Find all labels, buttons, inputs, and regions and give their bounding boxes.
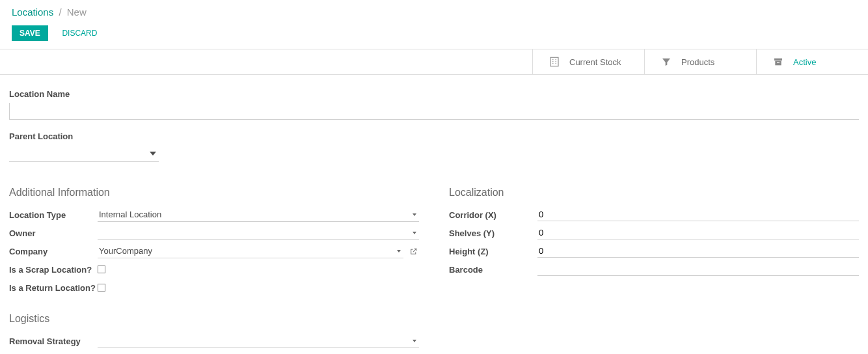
- company-label: Company: [9, 247, 98, 256]
- height-label: Height (Z): [449, 247, 537, 256]
- owner-select[interactable]: [98, 226, 419, 240]
- corridor-label: Corridor (X): [449, 210, 537, 220]
- form-body: Location Name Parent Location Additional…: [0, 75, 868, 354]
- corridor-input[interactable]: [537, 208, 859, 221]
- breadcrumb: Locations / New: [12, 7, 856, 18]
- location-type-select[interactable]: Internal Location: [98, 208, 419, 222]
- building-icon: [549, 56, 560, 68]
- location-type-value: Internal Location: [99, 210, 161, 219]
- parent-location-label: Parent Location: [9, 131, 859, 141]
- return-location-label: Is a Return Location?: [9, 283, 98, 293]
- location-name-label: Location Name: [9, 89, 859, 99]
- chevron-down-icon: [413, 232, 416, 234]
- parent-location-dropdown[interactable]: [9, 145, 159, 162]
- stat-active-label: Active: [793, 57, 816, 67]
- location-type-label: Location Type: [9, 210, 98, 220]
- stat-products-label: Products: [681, 57, 714, 67]
- filter-icon: [660, 56, 672, 68]
- right-column: Localization Corridor (X) Shelves (Y) He…: [449, 187, 859, 354]
- discard-button[interactable]: DISCARD: [54, 25, 105, 41]
- svg-rect-0: [550, 57, 558, 66]
- chevron-down-icon: [397, 250, 401, 252]
- section-additional-info: Additional Information: [9, 187, 419, 198]
- location-name-group: Location Name: [9, 89, 859, 120]
- archive-icon: [772, 56, 784, 68]
- removal-strategy-label: Removal Strategy: [9, 336, 98, 346]
- return-location-checkbox[interactable]: [98, 284, 105, 292]
- chevron-down-icon: [150, 152, 156, 156]
- stat-bar: Current Stock Products Active: [0, 49, 868, 75]
- save-button[interactable]: SAVE: [12, 25, 48, 41]
- company-select[interactable]: YourCompany: [98, 244, 403, 258]
- stat-active[interactable]: Active: [756, 49, 868, 74]
- external-link-icon[interactable]: [407, 247, 419, 256]
- breadcrumb-separator: /: [56, 7, 64, 18]
- shelves-label: Shelves (Y): [449, 228, 537, 238]
- chevron-down-icon: [413, 213, 416, 216]
- breadcrumb-current: New: [67, 7, 87, 18]
- svg-rect-7: [774, 59, 782, 61]
- shelves-input[interactable]: [537, 226, 859, 239]
- stat-current-stock-label: Current Stock: [569, 57, 621, 67]
- scrap-location-label: Is a Scrap Location?: [9, 265, 98, 275]
- company-value: YourCompany: [99, 246, 152, 256]
- section-localization: Localization: [449, 187, 859, 198]
- parent-location-group: Parent Location: [9, 131, 859, 162]
- svg-rect-8: [775, 61, 781, 66]
- owner-label: Owner: [9, 228, 98, 238]
- stat-products[interactable]: Products: [644, 49, 756, 74]
- scrap-location-checkbox[interactable]: [98, 266, 105, 273]
- stat-current-stock[interactable]: Current Stock: [532, 49, 644, 74]
- barcode-input[interactable]: [537, 263, 859, 276]
- page-header: Locations / New SAVE DISCARD: [0, 0, 868, 49]
- barcode-label: Barcode: [449, 265, 537, 275]
- section-logistics: Logistics: [9, 313, 419, 325]
- chevron-down-icon: [413, 340, 416, 342]
- left-column: Additional Information Location Type Int…: [9, 187, 419, 354]
- height-input[interactable]: [537, 245, 859, 258]
- location-name-input[interactable]: [9, 103, 859, 120]
- removal-strategy-select[interactable]: [98, 334, 419, 348]
- breadcrumb-root[interactable]: Locations: [12, 7, 53, 18]
